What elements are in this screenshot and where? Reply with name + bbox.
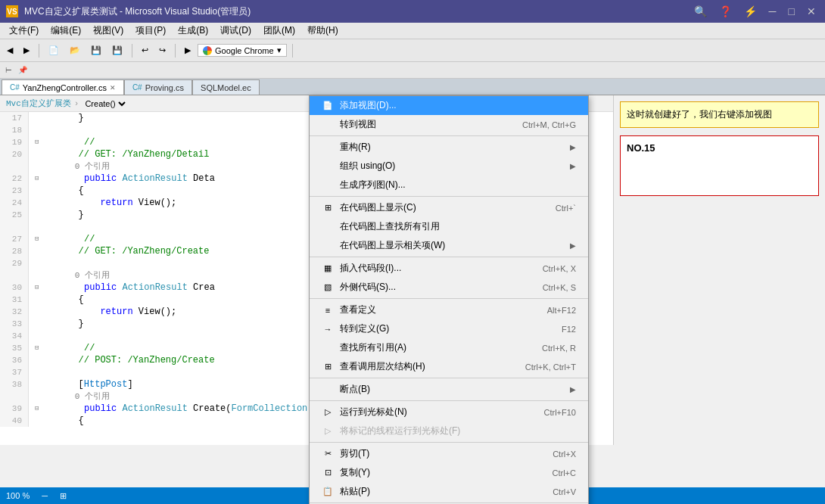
expand-btn-35[interactable]: ⊟ bbox=[35, 342, 39, 354]
line-num-33: 33 bbox=[0, 318, 25, 330]
menu-team[interactable]: 团队(M) bbox=[257, 23, 301, 39]
line-num-blank1 bbox=[0, 221, 25, 233]
menu-file[interactable]: 文件(F) bbox=[3, 23, 45, 39]
menu-project[interactable]: 项目(P) bbox=[129, 23, 172, 39]
second-toolbar: ⊢ 📌 bbox=[0, 62, 825, 79]
browser-selector[interactable]: Google Chrome ▾ bbox=[198, 44, 287, 57]
menu-edit[interactable]: 编辑(E) bbox=[45, 23, 87, 39]
ctx-cut[interactable]: ✂ 剪切(T) Ctrl+X bbox=[310, 444, 588, 463]
window-title: MVC自定义扩展类测试 - Microsoft Visual Studio(管理… bbox=[24, 5, 251, 18]
ctx-cut-icon: ✂ bbox=[322, 449, 334, 459]
ctx-call-hierarchy-label: ⊞ 查看调用层次结构(H) bbox=[322, 360, 519, 373]
minimize-window-icon[interactable]: ─ bbox=[766, 5, 780, 17]
ctx-sep-4 bbox=[310, 298, 588, 299]
line-num-ref3 bbox=[0, 390, 25, 403]
ctx-add-view[interactable]: 📄 添加视图(D)... bbox=[310, 96, 588, 115]
menu-help[interactable]: 帮助(H) bbox=[301, 23, 344, 39]
ctx-organize-using[interactable]: 组织 using(O) ▶ bbox=[310, 157, 588, 176]
maximize-window-icon[interactable]: □ bbox=[786, 5, 798, 17]
ctx-insert-snippet[interactable]: ▦ 插入代码段(I)... Ctrl+K, X bbox=[310, 259, 588, 278]
ctx-find-refs-codemap[interactable]: 在代码图上查找所有引用 bbox=[310, 217, 588, 236]
save-all-button[interactable]: 💾 bbox=[108, 43, 126, 58]
ctx-show-related-label: 在代码图上显示相关项(W) bbox=[322, 239, 564, 252]
ctx-refactor-arrow: ▶ bbox=[570, 143, 576, 151]
ctx-call-hierarchy[interactable]: ⊞ 查看调用层次结构(H) Ctrl+K, Ctrl+T bbox=[310, 357, 588, 376]
menu-build[interactable]: 生成(B) bbox=[172, 23, 214, 39]
expand-btn-27[interactable]: ⊟ bbox=[35, 233, 39, 245]
ctx-peek-def-icon: ≡ bbox=[322, 306, 334, 315]
ctx-insert-icon: ▦ bbox=[322, 263, 334, 273]
line-num-ref2 bbox=[0, 269, 25, 282]
line-num-19: 19 bbox=[0, 136, 25, 148]
toolbar-sep-1 bbox=[39, 44, 39, 58]
ctx-surround-with[interactable]: ▧ 外侧代码(S)... Ctrl+K, S bbox=[310, 278, 588, 297]
line-num-38: 38 bbox=[0, 378, 25, 390]
tab-sqlmodel[interactable]: SQLModel.ec bbox=[192, 79, 260, 95]
new-button[interactable]: 📄 bbox=[45, 43, 63, 58]
pin-icon[interactable]: 📌 bbox=[16, 65, 30, 75]
back-button[interactable]: ◀ bbox=[3, 43, 17, 58]
line-num-29: 29 bbox=[0, 257, 25, 269]
expand-btn-30[interactable]: ⊟ bbox=[35, 282, 39, 294]
redo-button[interactable]: ↪ bbox=[155, 43, 170, 58]
ctx-run-cursor[interactable]: ▷ 运行到光标处(N) Ctrl+F10 bbox=[310, 403, 588, 422]
tab-yanzheng[interactable]: C# YanZhengController.cs ✕ bbox=[2, 79, 124, 95]
expand-btn-22[interactable]: ⊟ bbox=[35, 173, 39, 185]
forward-button[interactable]: ▶ bbox=[20, 43, 33, 58]
ctx-gen-sequence[interactable]: 生成序列图(N)... bbox=[310, 176, 588, 194]
ctx-sep-1 bbox=[310, 135, 588, 136]
undo-button[interactable]: ↩ bbox=[138, 43, 152, 58]
ctx-paste-label: 📋 粘贴(P) bbox=[322, 485, 546, 498]
quick-launch-icon[interactable]: ⚡ bbox=[741, 5, 760, 17]
ctx-breakpoint-label: 断点(B) bbox=[322, 383, 564, 396]
tab-close-yanzheng[interactable]: ✕ bbox=[110, 84, 116, 92]
tab-proving[interactable]: C# Proving.cs bbox=[124, 79, 192, 95]
ctx-add-view-label: 📄 添加视图(D)... bbox=[322, 99, 576, 112]
ctx-refactor[interactable]: 重构(R) ▶ bbox=[310, 138, 588, 157]
browser-label: Google Chrome bbox=[215, 46, 274, 55]
line-num-18: 18 bbox=[0, 124, 25, 136]
breadcrumb-project: Mvc自定义扩展类 bbox=[6, 98, 71, 109]
ctx-paste-shortcut: Ctrl+V bbox=[553, 487, 576, 496]
ctx-find-all-refs[interactable]: 查找所有引用(A) Ctrl+K, R bbox=[310, 338, 588, 357]
main-toolbar: ◀ ▶ 📄 📂 💾 💾 ↩ ↪ ▶ Google Chrome ▾ bbox=[0, 39, 825, 62]
ctx-breakpoint-arrow: ▶ bbox=[570, 385, 576, 394]
breadcrumb-method-dropdown[interactable]: Create() bbox=[82, 98, 128, 109]
ctx-goto-view[interactable]: 转到视图 Ctrl+M, Ctrl+G bbox=[310, 115, 588, 134]
run-button[interactable]: ▶ bbox=[181, 43, 195, 58]
ctx-copy-icon: ⊡ bbox=[322, 468, 334, 478]
title-bar-left: VS MVC自定义扩展类测试 - Microsoft Visual Studio… bbox=[6, 5, 251, 18]
line-num-20: 20 bbox=[0, 148, 25, 160]
ctx-find-all-refs-label: 查找所有引用(A) bbox=[322, 341, 536, 354]
ctx-peek-def[interactable]: ≡ 查看定义 Alt+F12 bbox=[310, 300, 588, 319]
annotation-text: 这时就创建好了，我们右键添加视图 bbox=[627, 109, 772, 120]
menu-debug[interactable]: 调试(D) bbox=[214, 23, 257, 39]
left-margin-icon[interactable]: ⊢ bbox=[3, 65, 14, 75]
tab-bar: C# YanZhengController.cs ✕ C# Proving.cs… bbox=[0, 79, 825, 95]
ctx-copy[interactable]: ⊡ 复制(Y) Ctrl+C bbox=[310, 463, 588, 482]
expand-btn-39[interactable]: ⊟ bbox=[35, 403, 39, 415]
ctx-run-thread-icon: ▷ bbox=[322, 426, 334, 436]
ctx-breakpoint[interactable]: 断点(B) ▶ bbox=[310, 380, 588, 399]
ctx-codemap-shortcut: Ctrl+` bbox=[556, 204, 576, 213]
right-panel: 这时就创建好了，我们右键添加视图 NO.15 bbox=[613, 95, 825, 445]
browser-dropdown-icon[interactable]: ▾ bbox=[277, 45, 282, 55]
ctx-surround-icon: ▧ bbox=[322, 282, 334, 292]
expand-btn-19[interactable]: ⊟ bbox=[35, 136, 39, 148]
close-window-icon[interactable]: ✕ bbox=[804, 5, 819, 17]
ctx-paste[interactable]: 📋 粘贴(P) Ctrl+V bbox=[310, 482, 588, 501]
minimize-icon[interactable]: 🔍 bbox=[691, 5, 710, 17]
ctx-codemap-icon: ⊞ bbox=[322, 203, 334, 213]
ctx-hierarchy-icon: ⊞ bbox=[322, 362, 334, 372]
menu-view[interactable]: 视图(V) bbox=[87, 23, 129, 39]
zoom-icon[interactable]: ⊞ bbox=[60, 491, 67, 501]
zoom-minus[interactable]: ─ bbox=[42, 491, 48, 500]
title-bar: VS MVC自定义扩展类测试 - Microsoft Visual Studio… bbox=[0, 0, 825, 23]
open-button[interactable]: 📂 bbox=[66, 43, 84, 58]
ctx-show-related[interactable]: 在代码图上显示相关项(W) ▶ bbox=[310, 236, 588, 255]
ctx-goto-def[interactable]: → 转到定义(G) F12 bbox=[310, 319, 588, 338]
line-num-28: 28 bbox=[0, 245, 25, 257]
save-button[interactable]: 💾 bbox=[87, 43, 105, 58]
help-icon[interactable]: ❓ bbox=[716, 5, 735, 17]
ctx-show-codemap[interactable]: ⊞ 在代码图上显示(C) Ctrl+` bbox=[310, 198, 588, 217]
